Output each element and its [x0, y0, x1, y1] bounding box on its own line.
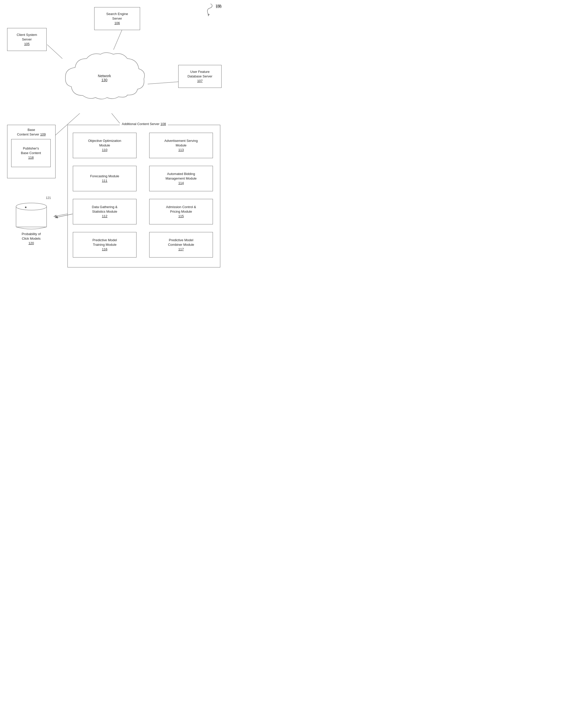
predictive-model-training-box: Predictive ModelTraining Module116 — [73, 232, 137, 257]
probability-click-models-cylinder: 121 Probability ofClick Models120 — [9, 196, 53, 246]
advertisement-serving-label: Advertisement ServingModule113 — [164, 139, 198, 152]
prob-click-ref: 120 — [29, 241, 34, 245]
predictive-model-combiner-box: Predictive ModelCombiner Module117 — [149, 232, 213, 257]
publishers-base-content-label: Publisher'sBase Content118 — [21, 146, 41, 160]
svg-point-10 — [25, 206, 27, 208]
network-ref: 130 — [101, 78, 107, 82]
data-gathering-ref: 112 — [102, 214, 107, 218]
base-content-server-label: BaseContent Server 109 — [7, 128, 55, 137]
objective-optimization-label: Objective OptimizationModule110 — [88, 139, 121, 152]
admission-control-label: Admission Control &Pricing Module115 — [166, 205, 196, 219]
diagram-container: 100 100 Search EngineServer106 Client Sy… — [0, 0, 229, 275]
admission-control-box: Admission Control &Pricing Module115 — [149, 199, 213, 224]
network-cloud: Network130 — [62, 50, 146, 113]
fig-ref-label: 100 — [215, 4, 221, 7]
automated-bidding-box: Automated BiddingManagement Module114 — [149, 166, 213, 191]
publishers-base-ref: 118 — [28, 156, 34, 159]
base-content-server-box: BaseContent Server 109 Publisher'sBase C… — [7, 125, 55, 178]
additional-content-server-box: Additional Content Server 108 Objective … — [67, 125, 220, 268]
predictive-model-combiner-label: Predictive ModelCombiner Module117 — [168, 238, 194, 252]
forecasting-module-label: Forecasting Module111 — [90, 174, 119, 183]
search-engine-server-label: Search EngineServer106 — [106, 12, 128, 26]
user-feature-ref: 107 — [197, 79, 203, 83]
svg-marker-7 — [207, 14, 210, 16]
forecasting-module-box: Forecasting Module111 — [73, 166, 137, 191]
obj-opt-ref: 110 — [102, 148, 107, 152]
objective-optimization-box: Objective OptimizationModule110 — [73, 133, 137, 158]
forecasting-ref: 111 — [102, 179, 107, 183]
probability-click-models-label: Probability ofClick Models120 — [21, 232, 41, 246]
adv-serving-ref: 113 — [178, 148, 184, 152]
additional-content-server-title: Additional Content Server 108 — [120, 122, 168, 126]
svg-point-9 — [16, 203, 47, 210]
pred-training-ref: 116 — [102, 247, 107, 251]
client-system-ref: 105 — [24, 42, 30, 46]
auto-bidding-ref: 114 — [178, 181, 184, 185]
automated-bidding-label: Automated BiddingManagement Module114 — [165, 172, 197, 186]
search-engine-ref: 106 — [114, 21, 120, 25]
base-content-ref: 109 — [40, 133, 46, 136]
predictive-model-training-label: Predictive ModelTraining Module116 — [92, 238, 117, 252]
data-gathering-box: Data Gathering &Statistics Module112 — [73, 199, 137, 224]
data-gathering-label: Data Gathering &Statistics Module112 — [92, 205, 117, 219]
user-feature-db-box: User FeatureDatabase Server107 — [178, 65, 222, 88]
squiggle-icon — [202, 2, 216, 19]
user-feature-db-label: User FeatureDatabase Server107 — [187, 69, 212, 84]
client-system-label: Client SystemServer105 — [16, 33, 37, 47]
network-label: Network130 — [62, 74, 146, 82]
client-system-server-box: Client SystemServer105 — [7, 28, 47, 51]
svg-line-2 — [148, 82, 182, 84]
additional-content-ref: 108 — [160, 122, 166, 126]
admission-ref: 115 — [178, 214, 184, 218]
advertisement-serving-box: Advertisement ServingModule113 — [149, 133, 213, 158]
cylinder-ref-label: 121 — [9, 196, 53, 200]
search-engine-server-box: Search EngineServer106 — [94, 7, 140, 30]
publishers-base-content-box: Publisher'sBase Content118 — [11, 139, 51, 167]
pred-combiner-ref: 117 — [178, 247, 184, 251]
